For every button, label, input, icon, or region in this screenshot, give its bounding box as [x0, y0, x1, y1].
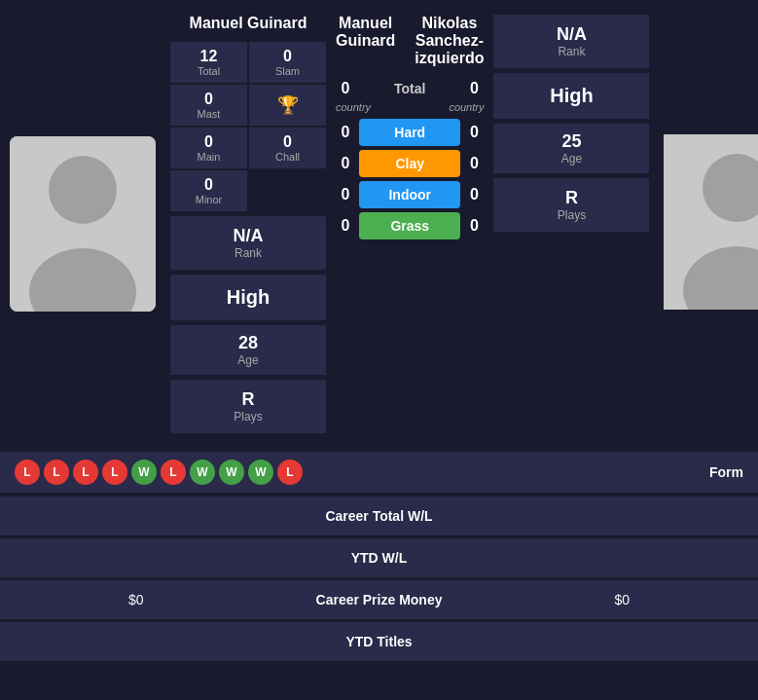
right-age-value: 25: [501, 131, 641, 152]
indoor-left-score: 0: [336, 186, 355, 203]
form-section: LLLLWLWWWL Form: [0, 452, 758, 493]
career-total-label: Career Total W/L: [15, 508, 743, 524]
right-plays-label: Plays: [503, 208, 639, 222]
career-total-row: Career Total W/L: [0, 497, 758, 535]
ytd-titles-label: YTD Titles: [15, 634, 743, 649]
country-right: country: [449, 101, 484, 113]
form-badge-5: L: [161, 460, 186, 485]
left-minor-label: Minor: [174, 194, 243, 205]
left-high-box: High: [170, 275, 326, 320]
left-main-value: 0: [174, 133, 243, 151]
left-plays-label: Plays: [180, 410, 316, 424]
prize-left-value: $0: [15, 592, 258, 608]
left-trophy-icon: 🏆: [277, 94, 299, 116]
total-left-score: 0: [336, 80, 355, 97]
left-rank-value: N/A: [180, 226, 316, 246]
right-player-info: N/A Rank High 25 Age R Plays: [488, 10, 654, 438]
clay-surface-btn[interactable]: Clay: [359, 150, 460, 177]
indoor-right-score: 0: [464, 186, 484, 203]
player-comparison: Manuel Guinard 12 Total 0 Slam 0 Mast 🏆: [0, 0, 758, 448]
right-plays-value: R: [503, 188, 639, 208]
left-plays-value: R: [180, 389, 316, 410]
left-age-label: Age: [178, 353, 318, 367]
ytd-wl-row: YTD W/L: [0, 538, 758, 577]
left-player-info: Manuel Guinard 12 Total 0 Slam 0 Mast 🏆: [165, 10, 331, 438]
country-row: country country: [331, 101, 488, 113]
hard-surface-btn[interactable]: Hard: [359, 119, 460, 146]
left-age-box: 28 Age: [170, 325, 326, 375]
right-age-label: Age: [501, 152, 641, 166]
total-row: 0 Total 0: [331, 80, 488, 97]
form-badge-4: W: [131, 460, 157, 485]
form-badge-9: L: [277, 460, 303, 485]
center-left-name: Manuel Guinard: [336, 15, 395, 67]
total-label: Total: [355, 81, 464, 96]
left-slam-cell: 0 Slam: [249, 42, 326, 83]
right-player-photo-container: [654, 10, 758, 438]
grass-left-score: 0: [336, 217, 355, 235]
form-badge-6: W: [190, 460, 215, 485]
left-chall-label: Chall: [253, 151, 322, 163]
right-rank-box: N/A Rank: [493, 15, 649, 68]
left-rank-label: Rank: [180, 246, 316, 260]
left-total-value: 12: [174, 48, 243, 65]
main-container: Manuel Guinard 12 Total 0 Slam 0 Mast 🏆: [0, 0, 758, 661]
left-mast-cell: 0 Mast: [170, 85, 247, 126]
hard-surface-row: 0 Hard 0: [331, 119, 488, 146]
left-mast-value: 0: [174, 91, 243, 108]
left-minor-value: 0: [174, 176, 243, 194]
left-rank-box: N/A Rank: [170, 216, 326, 270]
form-badge-2: L: [73, 460, 98, 485]
right-plays-box: R Plays: [493, 178, 649, 232]
left-slam-label: Slam: [253, 65, 322, 77]
right-high-box: High: [493, 73, 649, 119]
right-high-text: High: [505, 85, 637, 107]
left-trophy-cell: 🏆: [249, 85, 326, 126]
left-plays-box: R Plays: [170, 380, 326, 433]
indoor-surface-row: 0 Indoor 0: [331, 181, 488, 208]
left-mast-label: Mast: [174, 108, 243, 120]
left-player-photo-container: [0, 10, 165, 438]
prize-row: $0 Career Prize Money $0: [0, 580, 758, 619]
form-badge-1: L: [44, 460, 69, 485]
left-stats-grid: 12 Total 0 Slam 0 Mast 🏆 0 Main: [170, 42, 326, 211]
left-slam-value: 0: [253, 48, 322, 65]
right-age-box: 25 Age: [493, 124, 649, 173]
clay-left-score: 0: [336, 155, 355, 172]
clay-right-score: 0: [464, 155, 484, 172]
total-right-score: 0: [464, 80, 484, 97]
right-rank-label: Rank: [503, 45, 639, 58]
left-chall-cell: 0 Chall: [249, 128, 326, 168]
prize-label: Career Prize Money: [258, 592, 501, 608]
right-rank-value: N/A: [503, 24, 639, 45]
clay-surface-row: 0 Clay 0: [331, 150, 488, 177]
svg-point-1: [49, 156, 117, 224]
center-right-name: Nikolas Sanchez-izquierdo: [415, 15, 484, 67]
left-age-value: 28: [178, 333, 318, 353]
left-main-label: Main: [174, 151, 243, 163]
indoor-surface-btn[interactable]: Indoor: [359, 181, 460, 208]
form-badges: LLLLWLWWWL: [15, 460, 709, 485]
country-left: country: [336, 101, 371, 113]
left-player-name: Manuel Guinard: [190, 15, 307, 32]
grass-surface-row: 0 Grass 0: [331, 212, 488, 239]
form-badge-0: L: [15, 460, 40, 485]
form-label: Form: [709, 464, 743, 480]
form-badge-7: W: [219, 460, 244, 485]
hard-left-score: 0: [336, 124, 355, 141]
right-player-avatar: [664, 134, 758, 313]
left-chall-value: 0: [253, 133, 322, 151]
hard-right-score: 0: [464, 124, 484, 141]
left-player-avatar: [10, 136, 156, 312]
left-total-label: Total: [174, 65, 243, 77]
form-badge-8: W: [248, 460, 273, 485]
grass-right-score: 0: [464, 217, 484, 235]
left-total-cell: 12 Total: [170, 42, 247, 83]
left-high-text: High: [182, 286, 314, 309]
left-minor-cell: 0 Minor: [170, 170, 247, 211]
prize-right-value: $0: [500, 592, 743, 608]
ytd-titles-row: YTD Titles: [0, 622, 758, 661]
grass-surface-btn[interactable]: Grass: [359, 212, 460, 239]
left-main-cell: 0 Main: [170, 128, 247, 168]
form-badge-3: L: [102, 460, 127, 485]
